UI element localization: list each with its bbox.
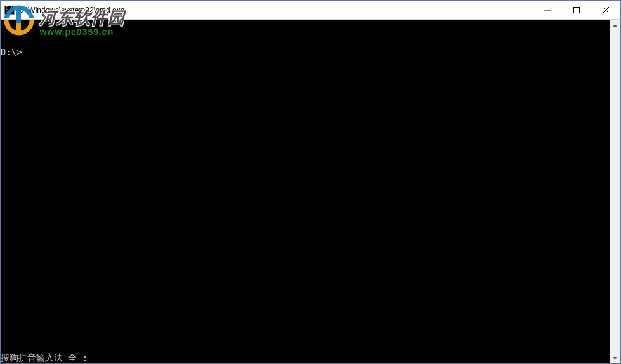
scrollbar-track[interactable] [610, 30, 620, 353]
terminal[interactable]: D:\> 搜狗拼音输入法 全 : [1, 20, 610, 363]
chevron-down-icon [613, 357, 617, 360]
minimize-button[interactable] [533, 1, 562, 19]
svg-marker-4 [613, 24, 617, 27]
minimize-icon [544, 7, 551, 13]
vertical-scrollbar[interactable] [610, 20, 620, 363]
scrollbar-down-button[interactable] [610, 353, 620, 363]
chevron-up-icon [613, 24, 617, 27]
titlebar[interactable]: C:\Windows\system32\cmd.exe [1, 1, 620, 20]
prompt-line: D:\> [1, 46, 22, 58]
ime-status-line: 搜狗拼音输入法 全 : [1, 352, 88, 363]
scrollbar-up-button[interactable] [610, 20, 620, 30]
maximize-button[interactable] [562, 1, 591, 19]
cmd-icon [4, 6, 15, 15]
close-icon [603, 7, 609, 13]
close-button[interactable] [591, 1, 620, 19]
maximize-icon [573, 7, 580, 13]
svg-rect-1 [574, 7, 580, 13]
terminal-area: D:\> 搜狗拼音输入法 全 : [1, 20, 620, 363]
terminal-content: D:\> 搜狗拼音输入法 全 : [1, 20, 610, 363]
svg-marker-5 [613, 357, 617, 360]
window-title: C:\Windows\system32\cmd.exe [18, 6, 533, 15]
cmd-window: C:\Windows\system32\cmd.exe D:\> 搜狗拼音输入法… [0, 0, 621, 364]
window-controls [533, 1, 620, 19]
